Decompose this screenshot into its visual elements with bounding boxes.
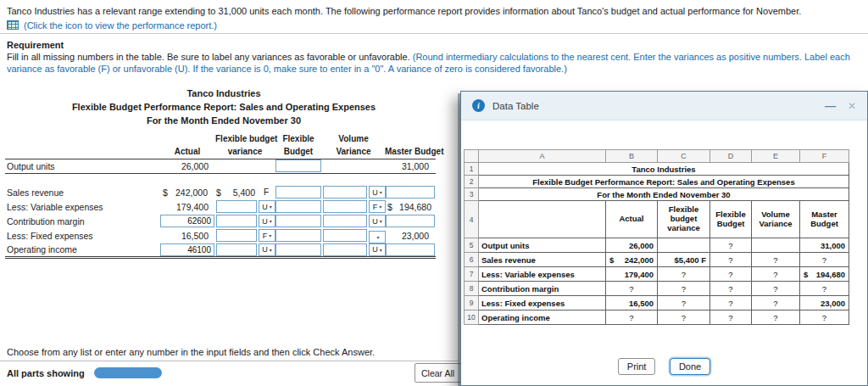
minimize-icon[interactable]: —: [825, 102, 836, 110]
dt-r5-label: Output units: [479, 238, 606, 253]
print-button[interactable]: Print: [618, 358, 656, 375]
header-flexible-budget-variance-bottom: variance: [215, 145, 275, 159]
variable-expenses-volume-variance-input[interactable]: [323, 200, 367, 213]
header-master-budget: Master Budget: [385, 145, 436, 159]
contribution-margin-variance-input[interactable]: [216, 215, 257, 227]
column-header-row: A B C D E F: [465, 150, 849, 163]
worksheet-title-period: For the Month Ended November 30: [5, 114, 442, 127]
data-table: A B C D E F 1 Tanco Industries 2 Flexibl…: [464, 149, 849, 325]
variable-expenses-master-value: $ 194,680: [386, 202, 435, 212]
sales-revenue-volume-variance-input[interactable]: [323, 186, 367, 199]
row-operating-income: Operating income U U: [5, 243, 436, 258]
dt-header-flexible-budget-variance: Flexible budget variance: [658, 201, 710, 238]
dt-r9-volume-variance: ?: [752, 296, 800, 310]
operating-income-actual-input[interactable]: [160, 243, 214, 256]
dt-r6-actual-currency: $: [609, 255, 614, 265]
dt-r5-fbv: [658, 238, 710, 253]
contribution-margin-master-budget-input[interactable]: [386, 215, 435, 227]
dialog-footer: Print Done: [461, 358, 867, 375]
row-number-6: 6: [465, 253, 479, 267]
row-number-10: 10: [465, 310, 479, 325]
row-number-7: 7: [465, 267, 479, 282]
dt-header-actual: Actual: [606, 201, 658, 238]
contribution-margin-volume-variance-select[interactable]: U: [369, 215, 386, 227]
contribution-margin-actual-input[interactable]: [160, 215, 214, 227]
contribution-margin-flexible-budget-input[interactable]: [275, 215, 321, 227]
dt-row-6: 6 Sales revenue $ 242,000 $5,400 F ? ? ?: [465, 253, 849, 267]
operating-income-volume-variance-input[interactable]: [323, 243, 367, 256]
dt-r8-volume-variance: ?: [752, 282, 800, 296]
dt-r7-master: $ 194,680: [800, 267, 849, 282]
operating-income-variance-select[interactable]: U: [259, 243, 275, 256]
col-header-d: D: [710, 150, 752, 163]
dt-r6-flexible-budget: ?: [710, 253, 752, 267]
fixed-expenses-variance-input[interactable]: [216, 229, 257, 242]
dt-r7-master-amount: 194,680: [816, 270, 845, 279]
performance-report-icon[interactable]: [7, 20, 19, 30]
sales-revenue-variance-currency: $: [216, 187, 221, 198]
header-volume-variance-top: Volume: [322, 132, 385, 145]
row-number-4: 4: [465, 201, 479, 238]
sales-revenue-actual-value: $ 242,000: [160, 187, 214, 198]
header-flexible-budget-top: Flexible: [275, 132, 322, 145]
output-units-flexible-budget-input[interactable]: [275, 159, 321, 172]
row-number-9: 9: [465, 296, 479, 310]
dt-r10-fbv: ?: [658, 310, 710, 325]
operating-income-variance-input[interactable]: [216, 243, 257, 256]
dt-r10-master: ?: [800, 310, 849, 325]
close-icon[interactable]: ✕: [848, 101, 856, 111]
fixed-expenses-variance-select[interactable]: F: [259, 229, 275, 242]
operating-income-volume-variance-select[interactable]: U: [369, 243, 386, 256]
contribution-margin-label: Contribution margin: [5, 214, 159, 228]
row-number-1: 1: [465, 163, 479, 176]
dt-title-report: Flexible Budget Performance Report: Sale…: [479, 176, 849, 188]
clear-all-button[interactable]: Clear All: [415, 363, 461, 383]
dt-row-3: 3 For the Month Ended November 30: [465, 188, 849, 201]
variable-expenses-variance-selected: U: [262, 203, 268, 211]
row-number-2: 2: [465, 176, 479, 188]
data-table-dialog: i Data Table — ✕ A B C D E F 1 Tanco: [460, 91, 868, 386]
dt-r6-label: Sales revenue: [479, 253, 606, 267]
row-output-units: Output units 26,000 31,000: [5, 159, 436, 173]
dt-r8-flexible-budget: ?: [710, 282, 752, 296]
sales-revenue-variance-amount: 5,400: [233, 187, 255, 198]
done-button[interactable]: Done: [670, 358, 710, 375]
variable-expenses-volume-variance-selected: F: [373, 203, 378, 211]
dt-header-blank: [479, 201, 606, 238]
sales-revenue-variance-value: $ 5,400: [216, 187, 257, 198]
dt-header-master-budget: Master Budget: [800, 201, 849, 238]
dt-r6-master: ?: [800, 253, 849, 267]
dt-r8-fbv: ?: [658, 282, 710, 296]
sales-revenue-flexible-budget-input[interactable]: [275, 186, 321, 199]
row-number-3: 3: [465, 188, 479, 201]
variable-expenses-flexible-budget-input[interactable]: [275, 200, 321, 213]
contribution-margin-variance-select[interactable]: U: [259, 215, 275, 227]
fixed-expenses-volume-variance-select[interactable]: [369, 231, 386, 243]
fixed-expenses-volume-variance-input[interactable]: [323, 229, 367, 242]
dt-r10-volume-variance: ?: [752, 310, 800, 325]
variable-expenses-variance-select[interactable]: U: [259, 200, 275, 213]
operating-income-master-budget-input[interactable]: [386, 243, 435, 256]
dialog-header: i Data Table — ✕: [461, 92, 867, 120]
fixed-expenses-flexible-budget-input[interactable]: [275, 229, 321, 242]
variable-expenses-variance-input[interactable]: [216, 200, 257, 213]
row-sales-revenue: Sales revenue $ 242,000 $ 5,400 F U: [5, 185, 436, 199]
sales-revenue-volume-variance-select[interactable]: U: [369, 186, 386, 199]
worksheet-spacer: [5, 173, 436, 185]
dt-r9-label: Less: Fixed expenses: [479, 296, 606, 310]
dt-header-volume-variance: Volume Variance: [752, 201, 800, 238]
dt-row-4: 4 Actual Flexible budget variance Flexib…: [465, 201, 849, 238]
sales-revenue-master-budget-input[interactable]: [386, 186, 435, 199]
header-actual: Actual: [159, 145, 215, 159]
variable-expenses-actual-value: 179,400: [159, 199, 215, 214]
corner-cell: [465, 150, 479, 163]
contribution-margin-variance-selected: U: [262, 217, 268, 226]
col-header-b: B: [606, 150, 658, 163]
dt-r7-flexible-budget: ?: [710, 267, 752, 282]
contribution-margin-volume-variance-input[interactable]: [323, 215, 367, 227]
progress-indicator: [94, 367, 162, 378]
operating-income-flexible-budget-input[interactable]: [275, 243, 321, 256]
performance-report-link[interactable]: (Click the icon to view the performance …: [24, 20, 217, 31]
dt-row-7: 7 Less: Variable expenses 179,400 ? ? ? …: [465, 267, 849, 282]
variable-expenses-volume-variance-select[interactable]: F: [369, 200, 386, 213]
